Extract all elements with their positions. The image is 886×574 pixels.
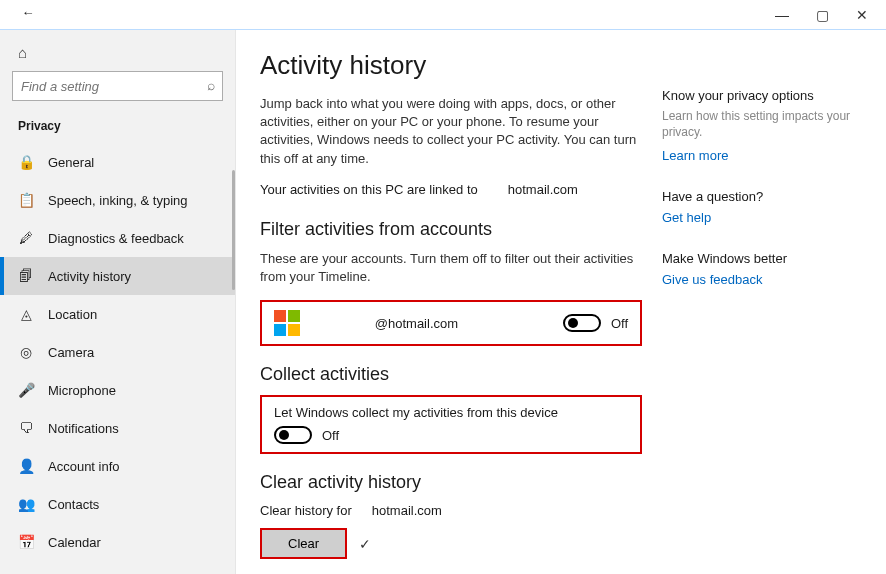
contacts-icon: 👥	[18, 496, 34, 512]
feedback-link[interactable]: Give us feedback	[662, 272, 862, 287]
sidebar-title: Privacy	[0, 113, 235, 143]
general-icon: 🔒	[18, 154, 34, 170]
speech-inking-typing-icon: 📋	[18, 192, 34, 208]
filter-heading: Filter activities from accounts	[260, 219, 642, 240]
activity-history-icon: 🗐	[18, 268, 34, 284]
notifications-icon: 🗨	[18, 420, 34, 436]
privacy-options-title: Know your privacy options	[662, 88, 862, 103]
sidebar-item-label: Activity history	[48, 269, 131, 284]
sidebar-item-camera[interactable]: ◎Camera	[0, 333, 235, 371]
intro-text: Jump back into what you were doing with …	[260, 95, 642, 168]
linked-prefix: Your activities on this PC are linked to	[260, 182, 478, 197]
sidebar-item-activity-history[interactable]: 🗐Activity history	[0, 257, 235, 295]
search-icon: ⌕	[207, 77, 215, 93]
back-button[interactable]: ←	[8, 0, 48, 30]
sidebar-item-microphone[interactable]: 🎤Microphone	[0, 371, 235, 409]
page-title: Activity history	[260, 50, 642, 81]
maximize-button[interactable]: ▢	[802, 1, 842, 29]
home-icon[interactable]: ⌂	[0, 38, 235, 71]
diagnostics-feedback-icon: 🖉	[18, 230, 34, 246]
sidebar-item-location[interactable]: ◬Location	[0, 295, 235, 333]
sidebar-item-account-info[interactable]: 👤Account info	[0, 447, 235, 485]
sidebar-item-label: Account info	[48, 459, 120, 474]
sidebar-item-label: Diagnostics & feedback	[48, 231, 184, 246]
camera-icon: ◎	[18, 344, 34, 360]
sidebar-item-label: Speech, inking, & typing	[48, 193, 187, 208]
sidebar-item-label: Calendar	[48, 535, 101, 550]
clear-button[interactable]: Clear	[260, 528, 347, 559]
clear-prefix: Clear history for	[260, 503, 352, 518]
sidebar-item-label: Microphone	[48, 383, 116, 398]
minimize-button[interactable]: —	[762, 1, 802, 29]
sidebar-item-label: General	[48, 155, 94, 170]
filter-account-box: @hotmail.com Off	[260, 300, 642, 346]
sidebar: ← ⌂ ⌕ Privacy 🔒General📋Speech, inking, &…	[0, 30, 236, 574]
clear-account: hotmail.com	[372, 503, 442, 518]
get-help-link[interactable]: Get help	[662, 210, 862, 225]
privacy-options-sub: Learn how this setting impacts your priv…	[662, 109, 862, 140]
better-title: Make Windows better	[662, 251, 862, 266]
collect-toggle[interactable]	[274, 426, 312, 444]
sidebar-scrollbar[interactable]	[232, 170, 235, 290]
sidebar-item-contacts[interactable]: 👥Contacts	[0, 485, 235, 523]
collect-desc: Let Windows collect my activities from t…	[274, 405, 628, 420]
filter-toggle-label: Off	[611, 316, 628, 331]
search-input[interactable]	[12, 71, 223, 101]
filter-desc: These are your accounts. Turn them off t…	[260, 250, 642, 286]
close-button[interactable]: ✕	[842, 1, 882, 29]
sidebar-item-notifications[interactable]: 🗨Notifications	[0, 409, 235, 447]
collect-toggle-label: Off	[322, 428, 339, 443]
calendar-icon: 📅	[18, 534, 34, 550]
location-icon: ◬	[18, 306, 34, 322]
account-email: @hotmail.com	[314, 316, 549, 331]
sidebar-item-label: Contacts	[48, 497, 99, 512]
microphone-icon: 🎤	[18, 382, 34, 398]
account-info-icon: 👤	[18, 458, 34, 474]
learn-more-link[interactable]: Learn more	[662, 148, 862, 163]
clear-heading: Clear activity history	[260, 472, 642, 493]
sidebar-item-general[interactable]: 🔒General	[0, 143, 235, 181]
linked-account: hotmail.com	[508, 182, 578, 197]
microsoft-logo-icon	[274, 310, 300, 336]
collect-box: Let Windows collect my activities from t…	[260, 395, 642, 454]
sidebar-item-label: Notifications	[48, 421, 119, 436]
sidebar-item-label: Camera	[48, 345, 94, 360]
question-title: Have a question?	[662, 189, 862, 204]
filter-account-toggle[interactable]	[563, 314, 601, 332]
sidebar-item-calendar[interactable]: 📅Calendar	[0, 523, 235, 561]
sidebar-item-diagnostics-feedback[interactable]: 🖉Diagnostics & feedback	[0, 219, 235, 257]
sidebar-item-speech-inking-typing[interactable]: 📋Speech, inking, & typing	[0, 181, 235, 219]
check-icon: ✓	[359, 536, 371, 552]
sidebar-item-label: Location	[48, 307, 97, 322]
collect-heading: Collect activities	[260, 364, 642, 385]
window-titlebar: — ▢ ✕	[0, 0, 886, 30]
sidebar-item-call-history[interactable]: ☎Call history	[0, 561, 235, 574]
